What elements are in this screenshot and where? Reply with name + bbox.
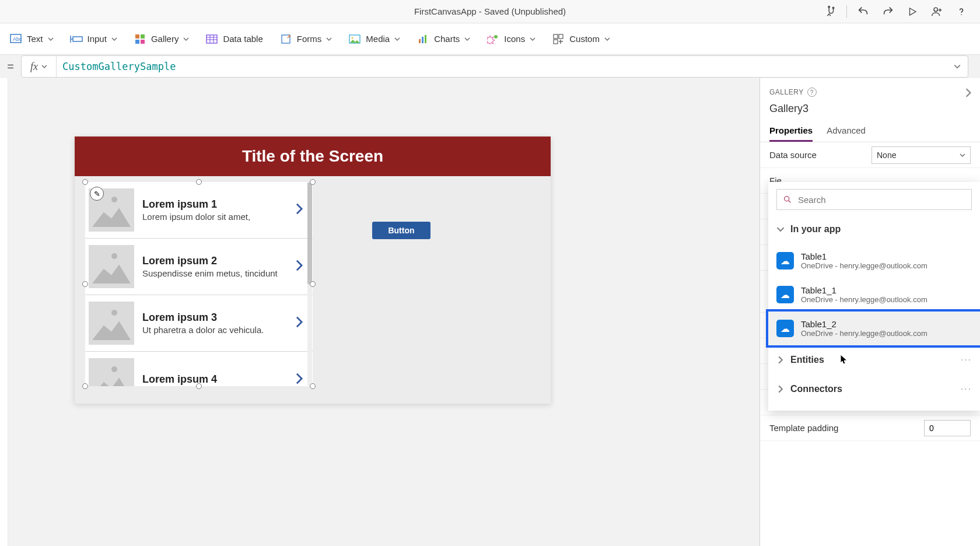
screen-title-label[interactable]: Title of the Screen	[75, 136, 551, 176]
image-placeholder-icon	[89, 245, 134, 288]
gallery-control[interactable]: Lorem ipsum 1 Lorem ipsum dolor sit amet…	[85, 182, 313, 386]
more-icon[interactable]: ···	[961, 355, 972, 365]
more-icon[interactable]: ···	[961, 384, 972, 394]
left-gutter	[0, 78, 8, 546]
property-selector[interactable]: =	[0, 55, 21, 78]
svg-point-3	[961, 14, 962, 15]
gallery-item-title: Lorem ipsum 3	[142, 312, 287, 324]
window-bar: FirstCanvasApp - Saved (Unpublished)	[0, 0, 980, 23]
gallery-item[interactable]: Lorem ipsum 4	[85, 352, 313, 386]
datasource-item[interactable]: ☁ Table1OneDrive - henry.legge@outlook.c…	[768, 244, 980, 278]
ribbon-forms[interactable]: Forms	[279, 33, 332, 45]
gallery-item[interactable]: Lorem ipsum 1 Lorem ipsum dolor sit amet…	[85, 182, 313, 239]
datasource-item[interactable]: ☁ Table1_1OneDrive - henry.legge@outlook…	[768, 278, 980, 312]
gallery-item[interactable]: Lorem ipsum 3 Ut pharetra a dolor ac veh…	[85, 295, 313, 352]
image-placeholder-icon	[89, 358, 134, 386]
group-connectors[interactable]: Connectors ···	[768, 374, 980, 404]
chevron-right-icon[interactable]	[965, 88, 972, 100]
ribbon-input[interactable]: Input	[70, 33, 117, 45]
group-entities[interactable]: Entities ···	[768, 345, 980, 374]
ribbon-text[interactable]: Abc Text	[9, 33, 54, 45]
datasource-name: Table1_1	[801, 285, 972, 295]
tab-properties[interactable]: Properties	[769, 121, 813, 142]
ribbon-gallery[interactable]: Gallery	[134, 33, 190, 45]
chevron-down-icon	[183, 36, 189, 42]
gallery-icon	[134, 33, 146, 45]
selection-handle[interactable]	[196, 179, 202, 185]
onedrive-icon: ☁	[776, 286, 794, 303]
chevron-down-icon	[41, 64, 47, 69]
ribbon-custom[interactable]: Custom	[552, 33, 610, 45]
chevron-down-icon	[326, 36, 332, 42]
selection-handle[interactable]	[310, 383, 316, 389]
main-area: Title of the Screen ✎ Lorem ipsum 1 Lore…	[0, 78, 980, 546]
svg-rect-20	[559, 34, 563, 38]
onedrive-icon: ☁	[776, 252, 794, 270]
app-canvas[interactable]: Title of the Screen ✎ Lorem ipsum 1 Lore…	[75, 136, 551, 404]
canvas-button[interactable]: Button	[372, 222, 430, 239]
ribbon-media[interactable]: Media	[348, 33, 400, 45]
svg-rect-11	[206, 35, 217, 43]
properties-pane: GALLERY ? Gallery3 Properties Advanced D…	[760, 78, 980, 546]
edit-pencil-icon[interactable]: ✎	[90, 187, 104, 201]
expand-formula-icon[interactable]	[947, 63, 968, 70]
chevron-right-icon	[776, 356, 785, 364]
redo-icon[interactable]	[877, 1, 898, 22]
props-category: GALLERY ?	[769, 88, 971, 97]
undo-icon[interactable]	[853, 1, 874, 22]
svg-rect-15	[419, 39, 421, 43]
chevron-down-icon	[464, 36, 470, 42]
selection-handle[interactable]	[82, 281, 88, 287]
dropdown-search[interactable]	[776, 189, 972, 210]
window-title: FirstCanvasApp - Saved (Unpublished)	[414, 6, 566, 16]
scroll-thumb[interactable]	[307, 183, 312, 284]
selection-handle[interactable]	[82, 179, 88, 185]
selection-handle[interactable]	[82, 383, 88, 389]
onedrive-icon: ☁	[776, 320, 794, 337]
chevron-right-icon[interactable]	[295, 259, 307, 274]
chevron-down-icon	[48, 36, 54, 42]
svg-point-14	[352, 37, 354, 38]
ribbon-charts[interactable]: Charts	[416, 33, 470, 45]
template-padding-input[interactable]	[924, 420, 971, 436]
gallery-item-title: Lorem ipsum 1	[142, 198, 287, 211]
svg-rect-17	[425, 35, 426, 43]
gallery-item-subtitle: Lorem ipsum dolor sit amet,	[142, 212, 287, 222]
help-circle-icon[interactable]: ?	[807, 88, 817, 97]
svg-point-22	[785, 197, 789, 201]
share-user-icon[interactable]	[926, 1, 947, 22]
data-source-select[interactable]: None	[872, 146, 971, 164]
chevron-right-icon[interactable]	[295, 202, 307, 218]
gallery-item-subtitle: Ut pharetra a dolor ac vehicula.	[142, 325, 287, 335]
ribbon-data-table[interactable]: Data table	[205, 33, 262, 45]
svg-rect-9	[135, 40, 139, 44]
svg-point-18	[494, 35, 498, 38]
selection-handle[interactable]	[310, 281, 316, 287]
chevron-right-icon[interactable]	[295, 372, 307, 386]
help-icon[interactable]	[951, 1, 972, 22]
play-preview-icon[interactable]	[902, 1, 923, 22]
gallery-item[interactable]: Lorem ipsum 2 Suspendisse enim metus, ti…	[85, 239, 313, 295]
chevron-right-icon[interactable]	[295, 316, 307, 331]
input-icon	[70, 33, 83, 45]
datasource-item-highlighted[interactable]: ☁ Table1_2OneDrive - henry.legge@outlook…	[768, 312, 980, 345]
media-icon	[348, 33, 361, 45]
datasource-name: Table1	[801, 251, 972, 261]
data-source-dropdown[interactable]: In your app ☁ Table1OneDrive - henry.leg…	[768, 182, 980, 411]
formula-input[interactable]	[57, 61, 947, 72]
app-checker-icon[interactable]	[820, 1, 841, 22]
dropdown-search-input[interactable]	[798, 195, 965, 205]
prop-label: Data source	[769, 150, 817, 160]
selection-handle[interactable]	[196, 383, 202, 389]
fx-button[interactable]: fx	[22, 56, 57, 77]
image-placeholder-icon	[89, 302, 134, 345]
gallery-item-title: Lorem ipsum 4	[142, 373, 287, 386]
tab-advanced[interactable]: Advanced	[827, 121, 866, 142]
chevron-down-icon	[530, 36, 536, 42]
group-in-your-app[interactable]: In your app	[768, 215, 980, 244]
ribbon-icons[interactable]: Icons	[487, 33, 536, 45]
selection-handle[interactable]	[310, 179, 316, 185]
chevron-down-icon	[394, 36, 400, 42]
prop-label: Template padding	[769, 423, 838, 433]
datasource-sub: OneDrive - henry.legge@outlook.com	[801, 329, 972, 338]
